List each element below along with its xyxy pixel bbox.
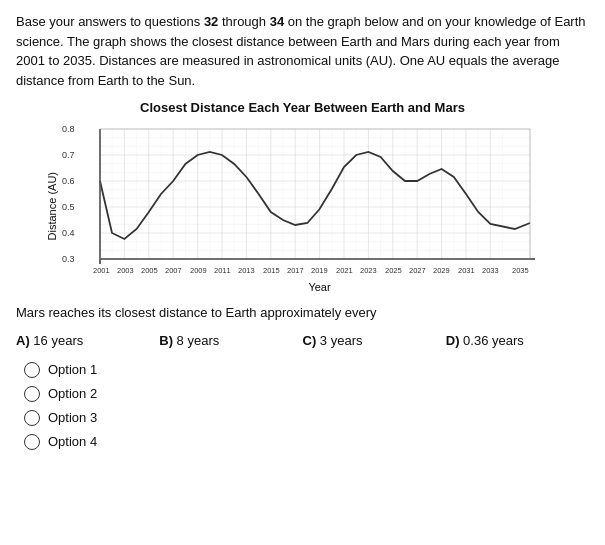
radio-circle-4[interactable] — [24, 434, 40, 450]
chart-title: Closest Distance Each Year Between Earth… — [140, 100, 465, 115]
svg-text:2013: 2013 — [238, 266, 255, 275]
svg-text:2009: 2009 — [190, 266, 207, 275]
radio-circle-1[interactable] — [24, 362, 40, 378]
svg-text:0.4: 0.4 — [62, 228, 75, 238]
answer-choice-a: A) 16 years — [16, 333, 159, 348]
svg-text:2021: 2021 — [336, 266, 353, 275]
question-text: Mars reaches its closest distance to Ear… — [16, 303, 589, 323]
svg-text:0.5: 0.5 — [62, 202, 75, 212]
radio-option-3[interactable]: Option 3 — [24, 410, 589, 426]
svg-text:2019: 2019 — [311, 266, 328, 275]
svg-text:2005: 2005 — [141, 266, 158, 275]
svg-text:2025: 2025 — [385, 266, 402, 275]
svg-text:2007: 2007 — [165, 266, 182, 275]
svg-text:2033: 2033 — [482, 266, 499, 275]
svg-text:2015: 2015 — [263, 266, 280, 275]
radio-options-group: Option 1 Option 2 Option 3 Option 4 — [24, 362, 589, 450]
x-axis-label: Year — [80, 281, 560, 293]
answer-choice-b: B) 8 years — [159, 333, 302, 348]
radio-label-4: Option 4 — [48, 434, 97, 449]
radio-label-2: Option 2 — [48, 386, 97, 401]
intro-paragraph: Base your answers to questions 32 throug… — [16, 12, 589, 90]
y-axis-label: Distance (AU) — [46, 172, 58, 240]
chart-container: Closest Distance Each Year Between Earth… — [16, 100, 589, 293]
svg-text:2011: 2011 — [214, 266, 231, 275]
svg-text:0.6: 0.6 — [62, 176, 75, 186]
radio-circle-3[interactable] — [24, 410, 40, 426]
svg-text:2001: 2001 — [93, 266, 110, 275]
svg-text:2031: 2031 — [458, 266, 475, 275]
svg-text:2003: 2003 — [117, 266, 134, 275]
svg-text:2035: 2035 — [512, 266, 529, 275]
svg-text:0.8: 0.8 — [62, 124, 75, 134]
svg-text:0.3: 0.3 — [62, 254, 75, 264]
chart-area: 0.8 0.7 0.6 0.5 0.4 0.3 2001 2003 2005 2… — [60, 119, 540, 279]
svg-text:2029: 2029 — [433, 266, 450, 275]
radio-label-3: Option 3 — [48, 410, 97, 425]
answer-choice-c: C) 3 years — [303, 333, 446, 348]
radio-circle-2[interactable] — [24, 386, 40, 402]
radio-option-4[interactable]: Option 4 — [24, 434, 589, 450]
answer-choices-row: A) 16 years B) 8 years C) 3 years D) 0.3… — [16, 333, 589, 348]
chart-svg: 0.8 0.7 0.6 0.5 0.4 0.3 2001 2003 2005 2… — [60, 119, 540, 279]
radio-option-1[interactable]: Option 1 — [24, 362, 589, 378]
svg-text:0.7: 0.7 — [62, 150, 75, 160]
answer-choice-d: D) 0.36 years — [446, 333, 589, 348]
svg-text:2023: 2023 — [360, 266, 377, 275]
radio-option-2[interactable]: Option 2 — [24, 386, 589, 402]
radio-label-1: Option 1 — [48, 362, 97, 377]
svg-text:2017: 2017 — [287, 266, 304, 275]
svg-text:2027: 2027 — [409, 266, 426, 275]
